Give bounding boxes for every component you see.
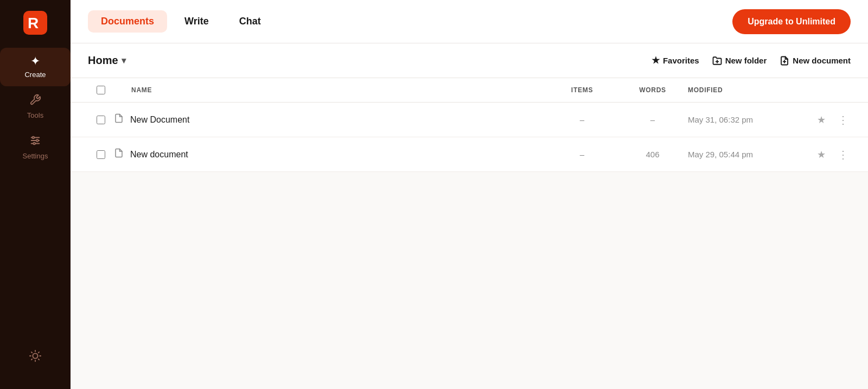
svg-point-6 [36, 139, 39, 142]
table-row: New document – 406 May 29, 05:44 pm ★ ⋮ [71, 137, 868, 172]
sidebar-item-label: Create [24, 71, 46, 79]
sidebar-item-label: Tools [27, 111, 43, 119]
tab-write[interactable]: Write [171, 10, 222, 33]
breadcrumb-bar: Home ▾ ★ Favorites New folde [71, 43, 868, 78]
new-document-action[interactable]: New document [780, 55, 851, 66]
breadcrumb-home: Home [88, 54, 118, 67]
doc-file-icon [114, 113, 124, 126]
row2-check-input[interactable] [97, 150, 105, 159]
row2-words: 406 [617, 150, 688, 159]
svg-line-11 [31, 352, 32, 353]
table-row: New Document – – May 31, 06:32 pm ★ ⋮ [71, 103, 868, 137]
row2-name[interactable]: New document [114, 148, 547, 161]
main-area: Documents Write Chat Upgrade to Unlimite… [71, 0, 868, 389]
theme-toggle[interactable] [29, 342, 41, 372]
sidebar-bottom [29, 342, 41, 380]
row1-favorite-button[interactable]: ★ [815, 112, 828, 128]
svg-text:R: R [28, 15, 39, 31]
tab-chat[interactable]: Chat [226, 10, 274, 33]
sidebar: R ✦ Create Tools Settings [0, 0, 71, 389]
table-header: NAME ITEMS WORDS MODIFIED [71, 78, 868, 103]
row1-words: – [617, 115, 688, 124]
document-icon [780, 55, 789, 66]
upgrade-button[interactable]: Upgrade to Unlimited [732, 9, 851, 34]
svg-line-15 [31, 359, 32, 360]
app-logo[interactable]: R [21, 9, 49, 37]
svg-point-5 [33, 137, 35, 139]
row1-actions: ★ ⋮ [807, 112, 851, 128]
row1-more-button[interactable]: ⋮ [835, 112, 851, 127]
row1-checkbox[interactable] [88, 116, 114, 124]
chevron-down-icon: ▾ [122, 55, 126, 66]
select-all-input[interactable] [97, 86, 105, 94]
col-items: ITEMS [547, 86, 617, 94]
doc-file-icon [114, 148, 124, 161]
row2-items: – [547, 150, 617, 159]
settings-icon [29, 135, 41, 149]
content-area: Home ▾ ★ Favorites New folde [71, 43, 868, 389]
col-name: NAME [114, 86, 547, 94]
row1-check-input[interactable] [97, 116, 105, 124]
breadcrumb[interactable]: Home ▾ [88, 54, 126, 67]
row1-name[interactable]: New Document [114, 113, 547, 126]
favorites-action[interactable]: ★ Favorites [652, 55, 699, 66]
row1-items: – [547, 115, 617, 124]
row1-name-text: New Document [130, 115, 189, 125]
row2-checkbox[interactable] [88, 150, 114, 159]
col-words: WORDS [617, 86, 688, 94]
sidebar-item-settings[interactable]: Settings [0, 127, 71, 168]
documents-table: New Document – – May 31, 06:32 pm ★ ⋮ [71, 103, 868, 389]
sidebar-item-label: Settings [23, 152, 48, 160]
new-document-label: New document [793, 56, 851, 65]
select-all-checkbox[interactable] [88, 86, 114, 94]
sidebar-item-tools[interactable]: Tools [0, 86, 71, 127]
row2-favorite-button[interactable]: ★ [815, 146, 828, 163]
top-nav: Documents Write Chat Upgrade to Unlimite… [71, 0, 868, 43]
svg-point-7 [33, 143, 35, 145]
favorites-label: Favorites [663, 56, 699, 65]
star-icon: ★ [652, 55, 660, 66]
tab-documents[interactable]: Documents [88, 10, 167, 33]
sun-icon [29, 350, 41, 364]
row2-modified: May 29, 05:44 pm [688, 150, 807, 159]
row2-actions: ★ ⋮ [807, 146, 851, 163]
svg-line-12 [39, 359, 39, 360]
row2-more-button[interactable]: ⋮ [835, 147, 851, 162]
new-folder-label: New folder [725, 56, 767, 65]
row1-modified: May 31, 06:32 pm [688, 115, 807, 124]
folder-icon [712, 55, 722, 66]
create-icon: ✦ [30, 55, 40, 67]
svg-line-16 [39, 352, 39, 353]
svg-point-8 [33, 353, 37, 358]
new-folder-action[interactable]: New folder [712, 55, 767, 66]
row2-name-text: New document [130, 150, 188, 160]
tools-icon [29, 94, 41, 108]
breadcrumb-actions: ★ Favorites New folder [652, 55, 851, 66]
sidebar-item-create[interactable]: ✦ Create [0, 48, 71, 86]
col-modified: MODIFIED [688, 86, 807, 94]
